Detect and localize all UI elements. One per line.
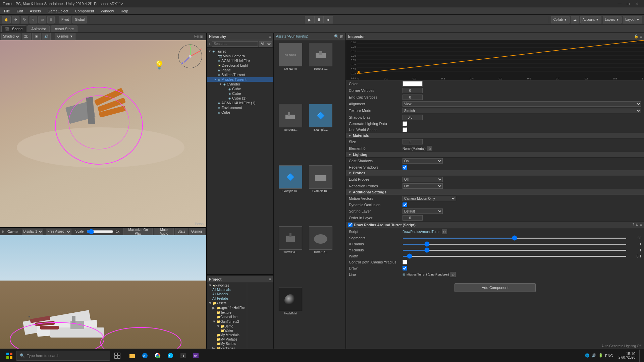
- rotate-tool-button[interactable]: ↻: [21, 16, 28, 23]
- maximize-on-play-button[interactable]: Maximize On Play: [123, 228, 153, 235]
- file-explorer-icon[interactable]: [126, 350, 138, 362]
- display-select[interactable]: Display 1: [22, 229, 43, 235]
- play-button[interactable]: ▶: [305, 16, 314, 23]
- asset-exampletu2[interactable]: ExampleTu...: [306, 164, 336, 225]
- order-in-layer-input[interactable]: [402, 215, 423, 221]
- hierarchy-item-cube1[interactable]: ◈ Cube: [207, 86, 273, 91]
- hierarchy-item-missiles[interactable]: ▼ ◈ Missles Turrent: [207, 77, 273, 82]
- volume-icon[interactable]: 🔊: [592, 353, 596, 358]
- minimize-button[interactable]: —: [615, 0, 624, 7]
- collab-button[interactable]: Collab ▼: [551, 16, 570, 23]
- y-radius-slider[interactable]: [402, 250, 627, 251]
- reflection-probes-select[interactable]: Off Blend Probes: [402, 183, 443, 189]
- add-component-button[interactable]: Add Component: [454, 283, 536, 292]
- scale-tool-button[interactable]: ⤡: [30, 16, 37, 23]
- materials-size-input[interactable]: [402, 139, 423, 144]
- gunturrets2-folder[interactable]: ▼ 📁 GunTurrets2: [207, 319, 247, 324]
- tab-asset-store[interactable]: Asset Store: [51, 25, 77, 32]
- task-view-button[interactable]: [111, 350, 123, 362]
- shadow-bias-input[interactable]: [402, 115, 423, 120]
- hierarchy-item-directional[interactable]: ☀ Directional Light: [207, 63, 273, 68]
- receive-shadows-checkbox[interactable]: [402, 165, 407, 170]
- move-tool-button[interactable]: ✥: [12, 16, 19, 23]
- additional-settings-header[interactable]: ▼ Additional Settings: [346, 189, 644, 195]
- dynamic-occlusion-checkbox[interactable]: [402, 202, 407, 207]
- corner-vertices-input[interactable]: 0: [402, 88, 423, 93]
- all-prefabs-item[interactable]: All Prefabs: [207, 296, 247, 301]
- hierarchy-item-cube2[interactable]: ◈ Cube: [207, 91, 273, 96]
- hand-tool-button[interactable]: ✋: [2, 16, 11, 23]
- draw-checkbox[interactable]: [402, 266, 407, 270]
- all-materials-item[interactable]: All Materials: [207, 288, 247, 292]
- asset-turretba4[interactable]: TurretBa...: [306, 225, 336, 286]
- asset-no-name[interactable]: No Name No Name: [275, 42, 306, 103]
- plus-icon[interactable]: +: [208, 41, 211, 47]
- asset-exampletu1[interactable]: 🔷 ExampleTu...: [275, 164, 306, 225]
- segments-slider[interactable]: [402, 238, 627, 239]
- hierarchy-item-plane[interactable]: ◈ Plane: [207, 68, 273, 72]
- menu-help[interactable]: Help: [118, 8, 131, 14]
- search-icon-btn[interactable]: 🔍: [334, 34, 339, 39]
- mute-audio-button[interactable]: Mute Audio: [154, 228, 174, 235]
- show-desktop-button[interactable]: [639, 350, 641, 362]
- transform-tool-button[interactable]: ⊞: [47, 16, 55, 23]
- menu-window[interactable]: Window: [98, 8, 116, 14]
- hierarchy-filter-select[interactable]: All: [259, 41, 272, 47]
- hierarchy-item-turret[interactable]: ▼ ◈ Turret: [207, 49, 273, 54]
- cloud-button[interactable]: ☁: [571, 16, 579, 23]
- all-models-item[interactable]: All Models: [207, 292, 247, 296]
- color-picker[interactable]: [402, 81, 423, 86]
- script-component-header[interactable]: Draw Radius Around Turret (Script) ? ⚙ ≡: [346, 221, 644, 228]
- maximize-button[interactable]: □: [624, 0, 633, 7]
- curvedline-folder[interactable]: 📁 CurvedLine: [207, 315, 247, 319]
- hierarchy-item-cube1-1[interactable]: ◈ Cube (1): [207, 96, 273, 101]
- hierarchy-menu-icon[interactable]: ≡: [269, 35, 271, 39]
- battery-icon[interactable]: 🔋: [598, 353, 603, 358]
- asset-turretba3[interactable]: TurretBa...: [275, 225, 306, 286]
- menu-component[interactable]: Component: [72, 8, 97, 14]
- hierarchy-item-env[interactable]: ◈ Environment: [207, 105, 273, 110]
- gizmos-button[interactable]: Gizmos ▼: [55, 33, 75, 40]
- favorites-folder[interactable]: ▼ ★ Favorites: [207, 283, 247, 288]
- chrome-icon[interactable]: [152, 350, 164, 362]
- alignment-select[interactable]: View TransformZ: [402, 101, 641, 107]
- hierarchy-item-cube-env[interactable]: ◈ Cube: [207, 110, 273, 115]
- grid-view-btn[interactable]: ⊞: [340, 34, 343, 39]
- script-help-icon[interactable]: ?: [633, 223, 635, 227]
- demo-folder[interactable]: ▼ 📁 Demo: [207, 324, 247, 328]
- script-pick-button[interactable]: ⊙: [442, 229, 447, 234]
- 2d-button[interactable]: 2D: [22, 33, 31, 40]
- layers-button[interactable]: Layers ▼: [603, 16, 622, 23]
- network-icon[interactable]: 🌐: [585, 353, 590, 358]
- hierarchy-item-main-camera[interactable]: 📷 Main Camera: [207, 54, 273, 58]
- cast-shadows-select[interactable]: On Off Two Sided: [402, 158, 443, 164]
- layout-button[interactable]: Layout ▼: [623, 16, 642, 23]
- taskbar-search-bar[interactable]: 🔍 Type here to search: [16, 351, 110, 361]
- width-slider[interactable]: [402, 256, 627, 257]
- global-button[interactable]: Global: [72, 16, 87, 23]
- start-button[interactable]: [3, 350, 16, 362]
- texture-mode-select[interactable]: Stretch Tile: [402, 108, 641, 113]
- assets-root[interactable]: ▼ 📁 Assets: [207, 301, 247, 305]
- water-folder[interactable]: 📁 Water: [207, 328, 247, 333]
- unity-icon[interactable]: U: [177, 350, 189, 362]
- asset-example1[interactable]: 🔷 Example...: [306, 103, 336, 164]
- script-enabled-checkbox[interactable]: [348, 223, 353, 227]
- asset-modelmat[interactable]: ModelMat: [275, 286, 306, 347]
- end-cap-vertices-input[interactable]: 0: [402, 95, 423, 100]
- agm-folder[interactable]: ▶ 📁 agm-114HellFire: [207, 305, 247, 310]
- script-settings-icon[interactable]: ⚙: [636, 223, 639, 227]
- lighting-button[interactable]: ☀: [32, 33, 41, 40]
- menu-assets[interactable]: Assets: [27, 8, 44, 14]
- probes-section-header[interactable]: ▼ Probes: [346, 170, 644, 176]
- gunturrets2-link[interactable]: GunTurrets2: [289, 35, 308, 38]
- project-menu-icon[interactable]: ≡: [269, 277, 271, 281]
- pause-button[interactable]: ⏸: [314, 16, 324, 23]
- materials-section-header[interactable]: ▼ Materials: [346, 133, 644, 138]
- generate-lighting-checkbox[interactable]: [402, 121, 407, 126]
- inspector-menu-icon[interactable]: ≡: [640, 35, 642, 39]
- step-button[interactable]: ⏭: [324, 16, 333, 23]
- menu-file[interactable]: File: [1, 8, 13, 14]
- line-pick-button[interactable]: ⊙: [450, 272, 456, 277]
- my-scripts-folder[interactable]: 📁 My Scripts: [207, 342, 247, 346]
